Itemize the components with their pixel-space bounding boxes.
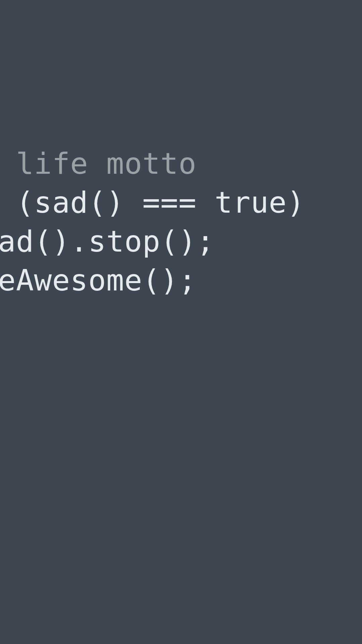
code-comment-line: / life motto	[0, 144, 305, 183]
code-if-line: f (sad() === true)	[0, 183, 305, 222]
code-body-line-2: beAwesome();	[0, 261, 305, 300]
code-snippet: / life motto f (sad() === true) sad().st…	[0, 144, 305, 300]
code-body-line-1: sad().stop();	[0, 222, 305, 261]
